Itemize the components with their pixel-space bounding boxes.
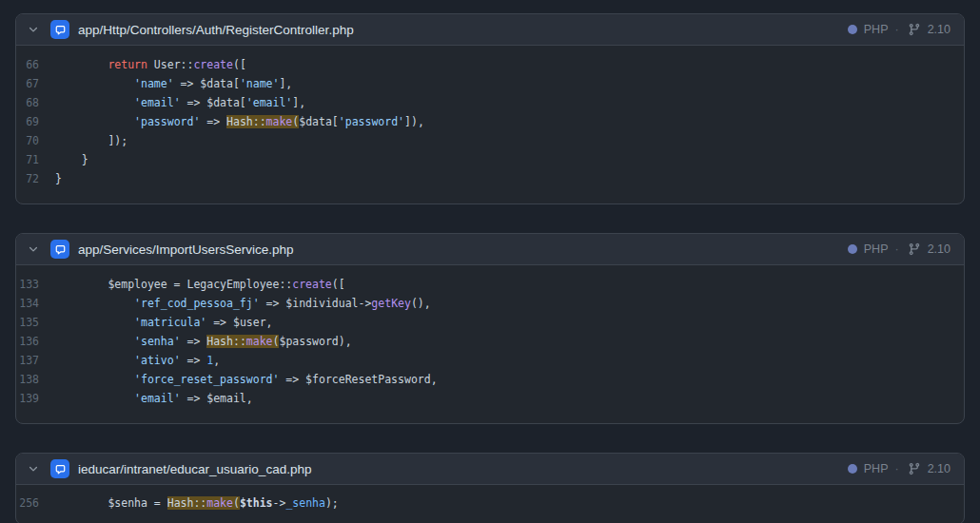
line-number[interactable]: 133 — [16, 275, 55, 294]
meta-separator: · — [894, 242, 898, 256]
code-token: ([ — [233, 58, 246, 71]
line-number[interactable]: 138 — [16, 370, 55, 389]
code-token: -> — [273, 496, 286, 510]
code-token: ]), — [404, 115, 424, 128]
code-token: ([ — [332, 278, 345, 291]
language-color-dot — [848, 464, 857, 474]
code-token — [55, 354, 134, 367]
file-meta: PHP·2.10 — [848, 23, 951, 36]
branch-label: 2.10 — [928, 242, 951, 256]
code-token: 'senha' — [134, 335, 180, 348]
match-highlight: ( — [233, 496, 240, 510]
search-results: app/Http/Controllers/Auth/RegisterContro… — [0, 0, 980, 523]
chevron-down-icon[interactable] — [26, 461, 41, 476]
code-snippet: 133 $employee = LegacyEmployee::create([… — [16, 265, 964, 423]
line-number[interactable]: 72 — [16, 169, 55, 188]
language-label: PHP — [864, 462, 889, 475]
code-token: ); — [325, 496, 339, 510]
code-text: $employee = LegacyEmployee::create([ — [55, 275, 964, 294]
code-line: 138 'force_reset_password' => $forceRese… — [16, 370, 964, 389]
code-token: $data[ — [299, 115, 339, 128]
code-token: create — [193, 58, 233, 71]
match-highlight: Hash:: — [167, 496, 207, 510]
file-path[interactable]: ieducar/intranet/educar_usuario_cad.php — [78, 462, 311, 476]
file-result-header[interactable]: app/Services/ImportUsersService.phpPHP·2… — [16, 234, 964, 265]
meta-separator: · — [894, 462, 898, 475]
line-number[interactable]: 135 — [16, 313, 55, 332]
code-token — [55, 297, 134, 310]
code-snippet: 66 return User::create([67 'name' => $da… — [16, 46, 964, 203]
line-number[interactable]: 67 — [16, 74, 55, 93]
line-number[interactable]: 134 — [16, 294, 55, 313]
language-color-dot — [848, 25, 857, 34]
code-text: } — [55, 150, 964, 169]
code-token: 'email' — [246, 96, 292, 109]
line-number[interactable]: 68 — [16, 93, 55, 112]
code-line: 256 $senha = Hash::make($this->_senha); — [16, 494, 964, 513]
match-highlight: make — [246, 335, 273, 348]
meta-separator: · — [894, 23, 898, 36]
code-token — [55, 96, 134, 109]
code-line: 139 'email' => $email, — [16, 389, 964, 408]
branch-label: 2.10 — [928, 462, 951, 475]
code-text: 'email' => $data['email'], — [55, 93, 964, 112]
file-path[interactable]: app/Http/Controllers/Auth/RegisterContro… — [78, 23, 354, 37]
file-path[interactable]: app/Services/ImportUsersService.php — [78, 242, 294, 257]
code-token — [55, 58, 108, 71]
code-token: getKey — [371, 297, 411, 310]
code-token: => $data[ — [181, 96, 246, 109]
code-token: ], — [279, 77, 292, 90]
code-line: 137 'ativo' => 1, — [16, 351, 964, 370]
code-token — [55, 392, 134, 405]
line-number[interactable]: 256 — [16, 494, 55, 513]
match-highlight: Hash:: — [226, 115, 266, 128]
code-token: 'matricula' — [134, 316, 206, 329]
code-token: 'email' — [134, 96, 180, 109]
line-number[interactable]: 139 — [16, 389, 55, 408]
file-result-card: ieducar/intranet/educar_usuario_cad.phpP… — [15, 453, 965, 523]
file-meta: PHP·2.10 — [848, 462, 951, 475]
chevron-down-icon[interactable] — [26, 22, 41, 37]
git-branch-icon — [908, 23, 921, 36]
code-token: => — [181, 335, 207, 348]
line-number[interactable]: 70 — [16, 131, 55, 150]
file-result-header[interactable]: ieducar/intranet/educar_usuario_cad.phpP… — [16, 454, 964, 485]
code-line: 66 return User::create([ — [16, 55, 964, 74]
code-token — [55, 316, 134, 329]
code-line: 134 'ref_cod_pessoa_fj' => $individual->… — [16, 294, 964, 313]
code-line: 67 'name' => $data['name'], — [16, 74, 964, 93]
line-number[interactable]: 69 — [16, 112, 55, 131]
code-text: } — [55, 169, 964, 188]
file-result-card: app/Services/ImportUsersService.phpPHP·2… — [15, 233, 965, 424]
language-label: PHP — [864, 242, 889, 256]
language-label: PHP — [864, 23, 889, 36]
chat-bubble-file-icon — [50, 459, 69, 478]
line-number[interactable]: 136 — [16, 332, 55, 351]
code-token: => $email, — [181, 392, 253, 405]
file-meta: PHP·2.10 — [848, 242, 951, 256]
line-number[interactable]: 137 — [16, 351, 55, 370]
code-token: 'ativo' — [134, 354, 180, 367]
code-line: 72} — [16, 169, 964, 188]
code-text: ]); — [55, 131, 964, 150]
chevron-down-icon[interactable] — [26, 242, 41, 257]
file-result-card: app/Http/Controllers/Auth/RegisterContro… — [15, 13, 965, 204]
code-token: $employee = LegacyEmployee:: — [55, 278, 292, 291]
git-branch-icon — [908, 242, 921, 256]
code-line: 69 'password' => Hash::make($data['passw… — [16, 112, 964, 131]
branch-label: 2.10 — [928, 23, 951, 36]
code-token — [55, 373, 134, 386]
code-token: => $user, — [206, 316, 272, 329]
code-text: return User::create([ — [55, 55, 964, 74]
code-token: ], — [292, 96, 305, 109]
code-line: 136 'senha' => Hash::make($password), — [16, 332, 964, 351]
code-token: => $individual-> — [260, 297, 372, 310]
code-token: create — [292, 278, 332, 291]
code-text: 'force_reset_password' => $forceResetPas… — [55, 370, 964, 389]
line-number[interactable]: 66 — [16, 55, 55, 74]
line-number[interactable]: 71 — [16, 150, 55, 169]
match-highlight: make — [206, 496, 233, 510]
code-line: 70 ]); — [16, 131, 964, 150]
file-result-header[interactable]: app/Http/Controllers/Auth/RegisterContro… — [16, 14, 964, 46]
git-branch-icon — [908, 462, 921, 475]
